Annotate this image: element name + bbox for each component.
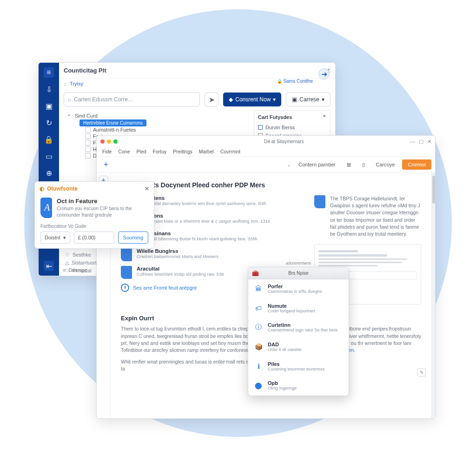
popup-tab[interactable]: Brs Npise (288, 271, 308, 276)
toolbar: + ⌄ Contern parntier ⊞ ▯ Carcoye Cnemot (97, 156, 435, 173)
building-icon: 🏛 (254, 284, 263, 293)
popup-item[interactable]: ⓘCurtetinnCramstrtmend tugn rator Se the… (248, 318, 349, 337)
secure-stamp: Sams Contthe (277, 79, 313, 84)
panel-icon[interactable]: ▯ (358, 160, 369, 170)
menu-file[interactable]: Fide (102, 149, 112, 154)
lock-icon[interactable]: 🔒 (44, 134, 54, 145)
popup-item[interactable]: ⬤OpbOlrng Ingennge (248, 376, 349, 396)
close-icon[interactable]: ✕ (145, 185, 149, 192)
menu-mar[interactable]: Marbel (199, 149, 214, 154)
close-icon[interactable]: ✕ (427, 139, 431, 145)
verified-badge-icon: ➜ (318, 68, 330, 79)
feature-dialog: Otuwfsonte✕ Oct in Feature Cronurn you e… (34, 181, 154, 249)
popup-item[interactable]: 📦DADUnler it slt osestiw (248, 337, 349, 357)
list-item[interactable]: Wilelle BunglrssCrwizeri baitsemromet Ma… (121, 248, 302, 261)
connect-button[interactable]: ◆ Consrent Now ▾ (223, 93, 281, 106)
traffic-lights[interactable] (100, 139, 118, 144)
pdf-file-icon (40, 198, 52, 218)
pdf-icon (314, 195, 325, 208)
menu-pled[interactable]: Pled (137, 149, 146, 154)
toolbox-icon: 🧰 (252, 270, 259, 277)
search-input[interactable]: ⌕ Carteri Edussm Corre… (64, 93, 200, 106)
pdf-icon (121, 266, 132, 279)
menu-cone[interactable]: Cone (118, 149, 130, 154)
menu-icon[interactable]: ≡ (44, 67, 54, 78)
note-badge-icon[interactable]: ✎ (417, 368, 426, 377)
circle-icon: ⬤ (254, 381, 263, 390)
menu-cov[interactable]: Covrrmnt (220, 149, 240, 154)
tab-label[interactable]: Tryisy (70, 81, 83, 86)
actions-popup: adurerentwns 🧰 Brs Npise 🏛PorferCsermmat… (248, 267, 349, 396)
tree-selected[interactable]: Hertnrblee Erune Cumsrrons (79, 119, 146, 126)
globe-icon[interactable]: ⊕ (44, 168, 54, 178)
type-select[interactable]: Doistnl ▾ (40, 231, 70, 244)
sidebar-stub: ♡ Sesthke △ Sistarrtuort ♡ Prmattal (65, 251, 97, 275)
field-label: Fartbocateur Vo Gude (35, 223, 154, 231)
intro-paragraph: The TBPS Corage Hatlelunindt. ler Gwapin… (330, 195, 421, 238)
popup-item[interactable]: ℹPilesCoosining tesonmer storermss (248, 357, 349, 377)
menu-prt[interactable]: Preittngs (173, 149, 192, 154)
apps-icon[interactable]: ⊞ (343, 160, 355, 170)
search-go-icon[interactable]: ➤ (205, 93, 218, 106)
dialog-title: Oct in Feature (57, 198, 148, 205)
collapse-icon[interactable]: ⇤ (44, 261, 54, 271)
document-name: D4 at Sitaymernars (264, 139, 304, 144)
page-icon[interactable]: ▭ (44, 151, 54, 161)
category-button[interactable]: Carcoye (372, 160, 399, 169)
dialog-desc: Cronurn you escuon CIP bens to the conro… (57, 205, 148, 218)
dropdown-icon[interactable]: ⌄ (287, 162, 291, 168)
maximize-icon[interactable]: ▢ (419, 139, 423, 145)
menu-fort[interactable]: Fortuy (153, 149, 167, 154)
pdf-icon (121, 248, 132, 261)
popup-item[interactable]: 🏛PorferCsermmatras in srfts divegns (248, 279, 349, 299)
popup-item[interactable]: 🏷NumuteCotier forigand kepurtnert (248, 299, 349, 318)
doc-title: Ny Disrigets Docynent Pleed conher PDP M… (121, 181, 421, 189)
content-painter-button[interactable]: Contern parntier (295, 160, 339, 169)
dialog-header: Otuwfsonte (47, 185, 78, 192)
person-icon: ℹ (254, 362, 263, 371)
submit-button[interactable]: Sooming (118, 231, 148, 244)
minimize-icon[interactable]: — (410, 139, 415, 145)
download-icon[interactable]: ⇩ (44, 84, 54, 94)
window-title: Counticitag Plt (64, 67, 106, 74)
camera-button[interactable]: ▣ Carrese ▾ (286, 93, 331, 106)
clock-icon (121, 284, 129, 292)
new-tab-icon[interactable]: + (100, 159, 112, 170)
box-icon: 📦 (254, 342, 263, 351)
menubar: Fide Cone Pled Fortuy Preittngs Marbel C… (97, 147, 435, 156)
amount-input[interactable]: £ (0.00) (74, 231, 114, 244)
folder-sync-icon[interactable]: ↻ (44, 118, 54, 128)
image-icon[interactable]: ▣ (44, 101, 54, 111)
collapse-panel-icon[interactable]: ⌃ (322, 114, 326, 120)
popup-caption: adurerentwns (286, 261, 311, 265)
alert-icon: ⓘ (254, 323, 263, 332)
command-button[interactable]: Cnemot (402, 159, 431, 170)
scrollbar[interactable] (431, 173, 435, 418)
tag-icon: 🏷 (254, 304, 263, 313)
